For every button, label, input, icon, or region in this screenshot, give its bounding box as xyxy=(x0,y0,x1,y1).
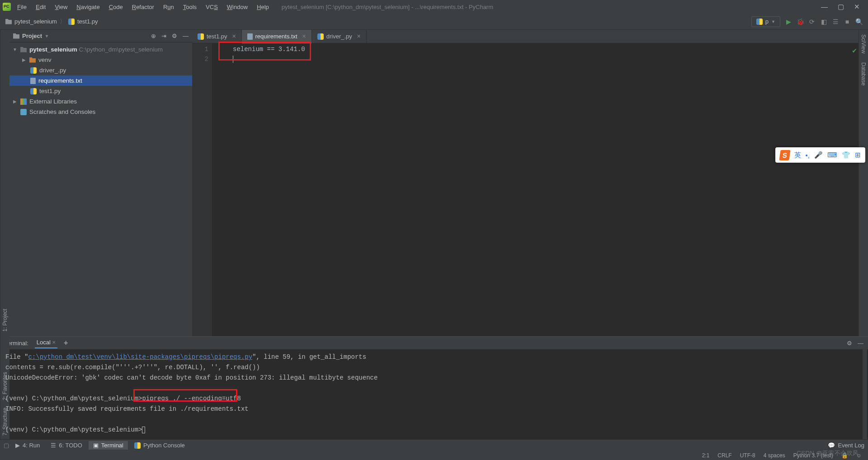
panel-toolbar: ⊕ ⇥ ⚙ — xyxy=(151,33,189,39)
status-eol[interactable]: CRLF xyxy=(717,452,731,459)
expand-icon[interactable]: ▼ xyxy=(12,47,18,52)
menu-navigate[interactable]: Navigate xyxy=(73,2,103,12)
line-number: 2 xyxy=(192,54,208,64)
hide-icon[interactable]: — xyxy=(183,33,189,39)
gear-icon[interactable]: ⚙ xyxy=(172,33,177,39)
skin-icon[interactable]: 👕 xyxy=(842,151,850,159)
window-title: pytest_selenium [C:\python_dm\pytest_sel… xyxy=(282,4,493,10)
locate-icon[interactable]: ⊕ xyxy=(151,33,156,39)
folder-icon xyxy=(29,57,36,63)
folder-icon xyxy=(13,33,19,39)
ime-lang[interactable]: 英 xyxy=(794,151,801,160)
terminal-tab-local[interactable]: Local × xyxy=(35,338,57,348)
breadcrumb-root[interactable]: pytest_selenium xyxy=(14,18,57,25)
hide-icon[interactable]: — xyxy=(858,340,863,347)
scrollbar[interactable] xyxy=(863,349,867,439)
project-tree: ▼ pytest_selenium C:\python_dm\pytest_se… xyxy=(9,42,192,119)
menu-run[interactable]: Run xyxy=(160,2,178,12)
stop-icon[interactable]: ■ xyxy=(844,18,851,25)
terminal-line: (venv) C:\python_dm\pytest_selenium> xyxy=(5,425,863,435)
status-indent[interactable]: 4 spaces xyxy=(764,452,785,459)
line-number: 1 xyxy=(192,44,208,54)
tool-project-label[interactable]: 1: Project xyxy=(2,309,8,332)
menu-tools[interactable]: Tools xyxy=(179,2,200,12)
event-log[interactable]: 💬 Event Log xyxy=(828,442,864,449)
terminal-body[interactable]: File "c:\python_dm\test\venv\lib\site-pa… xyxy=(0,349,868,439)
window-controls: — ▢ ✕ xyxy=(821,3,865,11)
coverage-icon[interactable]: ⟳ xyxy=(808,18,816,25)
tab-requirements[interactable]: requirements.txt ✕ xyxy=(242,30,312,43)
menu-code[interactable]: Code xyxy=(105,2,127,12)
breadcrumb-file[interactable]: test1.py xyxy=(77,18,98,25)
run-button-icon[interactable]: ▶ xyxy=(785,18,792,25)
terminal-line xyxy=(5,414,863,425)
tab-label: test1.py xyxy=(207,33,227,40)
status-encoding[interactable]: UTF-8 xyxy=(740,452,755,459)
terminal-toolbar-right: ⚙ — xyxy=(847,340,863,347)
menu-view[interactable]: View xyxy=(51,2,71,12)
code-line xyxy=(213,54,859,64)
menu-refactor[interactable]: Refactor xyxy=(128,2,158,12)
ime-toolbar[interactable]: S 英 •, 🎤 ⌨ 👕 ⊞ xyxy=(775,147,865,163)
toolbox-icon[interactable]: ⊞ xyxy=(855,151,861,159)
tab-test1[interactable]: test1.py ✕ xyxy=(192,30,242,43)
close-icon[interactable]: ✕ xyxy=(302,33,306,39)
file-link[interactable]: c:\python_dm\test\venv\lib\site-packages… xyxy=(28,353,252,361)
main-menu: File Edit View Navigate Code Refactor Ru… xyxy=(14,2,273,12)
toolwin-pyconsole[interactable]: Python Console xyxy=(130,441,189,450)
toolwin-terminal[interactable]: ▣ Terminal xyxy=(89,441,128,450)
collapse-icon[interactable]: ⇥ xyxy=(161,33,166,39)
tool-database-label[interactable]: Database xyxy=(860,62,867,85)
chevron-down-icon[interactable]: ▼ xyxy=(45,34,49,38)
project-panel-header: Project ▼ ⊕ ⇥ ⚙ — xyxy=(9,30,192,42)
close-icon[interactable]: × xyxy=(52,339,56,346)
left-gutter: 1: Project xyxy=(0,30,9,336)
close-icon[interactable]: ✕ xyxy=(854,3,860,11)
python-file-icon xyxy=(68,19,75,25)
tree-requirements[interactable]: requirements.txt xyxy=(9,75,192,86)
menu-file[interactable]: File xyxy=(14,2,30,12)
run-config-selector[interactable]: p ▼ xyxy=(751,16,780,27)
code-area[interactable]: selenium == 3.141.0 xyxy=(212,43,859,336)
tree-driver[interactable]: driver_.py xyxy=(9,65,192,75)
python-file-icon xyxy=(30,88,37,94)
tree-external-libs[interactable]: ▶ External Libraries xyxy=(9,96,192,107)
toolbar-right: p ▼ ▶ 🐞 ⟳ ◧ ☰ ■ 🔍 xyxy=(751,16,863,27)
project-panel: Project ▼ ⊕ ⇥ ⚙ — ▼ pytest_selenium C:\p… xyxy=(9,30,192,336)
close-icon[interactable]: ✕ xyxy=(357,33,361,39)
panel-title: Project xyxy=(22,33,42,39)
debug-button-icon[interactable]: 🐞 xyxy=(797,18,804,25)
bottom-tool-bar: ▢ ▶ 4: Run ☰ 6: TODO ▣ Terminal Python C… xyxy=(0,439,868,451)
toolwin-run[interactable]: ▶ 4: Run xyxy=(11,441,44,450)
minimize-icon[interactable]: — xyxy=(821,3,828,11)
expand-icon[interactable]: ▶ xyxy=(21,57,27,62)
menu-edit[interactable]: Edit xyxy=(32,2,49,12)
tree-test1[interactable]: test1.py xyxy=(9,86,192,96)
microphone-icon[interactable]: 🎤 xyxy=(814,151,823,159)
tab-driver[interactable]: driver_.py ✕ xyxy=(312,30,367,43)
profile-icon[interactable]: ◧ xyxy=(820,18,827,25)
toolwindow-menu-icon[interactable]: ▢ xyxy=(4,442,9,449)
ime-punct-icon[interactable]: •, xyxy=(806,151,810,159)
tool-sciview-label[interactable]: SciView xyxy=(860,34,867,53)
concurrency-icon[interactable]: ☰ xyxy=(832,18,839,25)
tree-scratches[interactable]: Scratches and Consoles xyxy=(9,107,192,117)
status-caret-pos[interactable]: 2:1 xyxy=(702,452,710,459)
menu-help[interactable]: Help xyxy=(253,2,273,12)
search-icon[interactable]: 🔍 xyxy=(855,18,863,25)
right-gutter: SciView Database xyxy=(859,30,868,336)
toolwin-todo[interactable]: ☰ 6: TODO xyxy=(46,441,87,450)
tree-venv[interactable]: ▶ venv xyxy=(9,55,192,65)
title-bar: File Edit View Navigate Code Refactor Ru… xyxy=(0,0,868,14)
keyboard-icon[interactable]: ⌨ xyxy=(827,151,837,159)
editor[interactable]: ✔ 1 2 selenium == 3.141.0 xyxy=(192,43,859,336)
chevron-right-icon: 〉 xyxy=(60,18,66,26)
maximize-icon[interactable]: ▢ xyxy=(838,3,844,11)
tree-root[interactable]: ▼ pytest_selenium C:\python_dm\pytest_se… xyxy=(9,44,192,55)
gear-icon[interactable]: ⚙ xyxy=(847,340,852,347)
close-icon[interactable]: ✕ xyxy=(232,33,236,39)
expand-icon[interactable]: ▶ xyxy=(12,99,18,104)
menu-vcs[interactable]: VCS xyxy=(202,2,222,12)
add-terminal-button[interactable]: + xyxy=(64,339,68,347)
menu-window[interactable]: Window xyxy=(223,2,251,12)
